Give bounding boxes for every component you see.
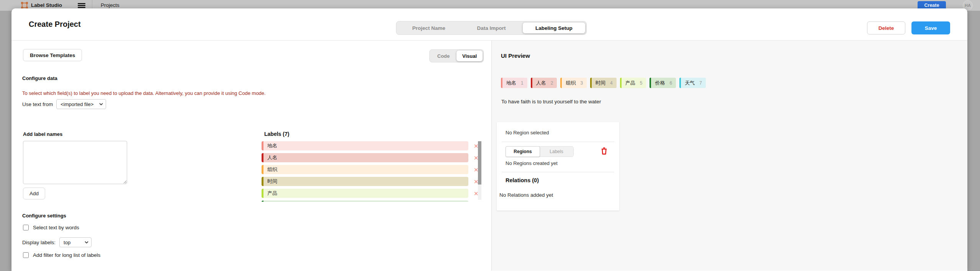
modal-header: Create Project Project NameData ImportLa… (11, 8, 967, 41)
add-filter-label: Add filter for long list of labels (33, 252, 100, 258)
tab-labels[interactable]: Labels (540, 147, 573, 157)
preview-tag-label: 组织 (566, 80, 576, 87)
browse-templates-button[interactable]: Browse Templates (23, 49, 82, 61)
label-names-textarea[interactable] (23, 141, 127, 184)
preview-tag-label: 人名 (536, 80, 546, 87)
display-labels-label: Display labels: (22, 240, 56, 245)
preview-tag-hotkey: 4 (610, 80, 613, 86)
trash-icon[interactable] (601, 147, 607, 155)
preview-tag-hotkey: 5 (640, 80, 643, 86)
label-pill: 地名 (262, 141, 468, 150)
save-button[interactable]: Save (911, 21, 950, 34)
preview-tag-label: 时间 (596, 80, 605, 87)
preview-tag-label: 产品 (625, 80, 635, 87)
select-by-words-checkbox[interactable] (23, 225, 29, 230)
setup-tabs: Project NameData ImportLabeling Setup (396, 21, 587, 35)
add-label-names-heading: Add label names (23, 131, 62, 137)
select-by-words-label: Select text by words (33, 225, 79, 230)
configure-settings-heading: Configure settings (22, 213, 66, 219)
labels-list: 地名✕人名✕组织✕时间✕产品✕价格✕天气✕ (262, 141, 482, 202)
preview-tag-label: 地名 (506, 80, 516, 87)
preview-tag-label: 价格 (655, 80, 665, 87)
create-project-modal: Create Project Project NameData ImportLa… (11, 8, 967, 271)
preview-tag-hotkey: 6 (669, 80, 672, 86)
label-row: 组织✕ (262, 165, 482, 174)
regions-labels-toggle: Regions Labels (506, 146, 574, 157)
app-name: Label Studio (31, 2, 62, 8)
tab-data-import[interactable]: Data Import (460, 23, 522, 33)
use-text-from-label: Use text from (22, 101, 53, 107)
toggle-visual[interactable]: Visual (456, 51, 483, 61)
preview-label-tag[interactable]: 天气7 (679, 78, 706, 88)
preview-label-tag[interactable]: 人名2 (531, 78, 557, 88)
no-relations-text: No Relations added yet (499, 192, 553, 198)
label-row: 时间✕ (262, 177, 482, 186)
no-regions-created-text: No Regions created yet (506, 160, 558, 166)
label-row: 产品✕ (262, 189, 482, 198)
label-pill: 时间 (262, 177, 468, 186)
modal-body: Browse Templates Code Visual Configure d… (11, 41, 967, 271)
no-region-selected-text: No Region selected (506, 130, 549, 136)
configure-data-heading: Configure data (22, 75, 57, 81)
display-labels-row: Display labels: top (22, 237, 92, 247)
code-visual-toggle: Code Visual (429, 49, 484, 62)
tab-labeling-setup[interactable]: Labeling Setup (523, 23, 585, 33)
delete-button[interactable]: Delete (867, 21, 905, 34)
preview-tag-hotkey: 3 (580, 80, 583, 86)
label-pill: 人名 (262, 153, 468, 162)
preview-tag-hotkey: 7 (699, 80, 702, 86)
add-filter-checkbox[interactable] (23, 252, 29, 258)
label-pill: 组织 (262, 165, 468, 174)
add-label-button[interactable]: Add (23, 188, 45, 199)
add-filter-row: Add filter for long list of labels (23, 252, 100, 258)
sample-text: To have faith is to trust yourself to th… (501, 99, 601, 104)
label-row: 价格✕ (262, 201, 482, 202)
relations-heading: Relations (0) (506, 177, 539, 183)
preview-label-tag[interactable]: 价格6 (650, 78, 676, 88)
hamburger-menu-icon[interactable] (78, 3, 85, 8)
label-pill: 产品 (262, 189, 468, 198)
label-row: 地名✕ (262, 141, 482, 150)
labels-scrollbar-thumb[interactable] (478, 141, 481, 184)
label-pill: 价格 (262, 201, 468, 202)
label-row: 人名✕ (262, 153, 482, 162)
ui-preview-panel: UI Preview 地名1人名2组织3时间4产品5价格6天气7 To have… (492, 41, 967, 271)
tab-project-name[interactable]: Project Name (398, 23, 460, 33)
display-labels-select[interactable]: top (59, 237, 92, 247)
preview-label-tag[interactable]: 组织3 (560, 78, 587, 88)
select-by-words-row: Select text by words (23, 225, 79, 230)
configure-data-warning: To select which field(s) to label you ne… (22, 90, 266, 96)
screen: Label Studio Projects Create HA Create P… (0, 0, 980, 271)
preview-tags: 地名1人名2组织3时间4产品5价格6天气7 (501, 78, 706, 88)
ui-preview-heading: UI Preview (501, 52, 530, 59)
region-panel: No Region selected Regions Labels No Reg… (497, 122, 619, 211)
preview-label-tag[interactable]: 产品5 (620, 78, 646, 88)
divider (502, 142, 614, 142)
label-studio-logo-icon (21, 2, 28, 9)
labels-count-heading: Labels (7) (264, 131, 289, 137)
tab-regions[interactable]: Regions (506, 146, 540, 157)
preview-label-tag[interactable]: 时间4 (590, 78, 617, 88)
preview-tag-label: 天气 (685, 80, 695, 87)
preview-tag-hotkey: 1 (521, 80, 524, 86)
text-source-select[interactable]: <imported file> (56, 99, 106, 109)
use-text-from-row: Use text from <imported file> (22, 99, 106, 109)
preview-tag-hotkey: 2 (551, 80, 553, 86)
divider (502, 172, 614, 172)
preview-label-tag[interactable]: 地名1 (501, 78, 527, 88)
config-panel: Browse Templates Code Visual Configure d… (11, 41, 492, 271)
nav-projects[interactable]: Projects (101, 2, 119, 8)
toggle-code[interactable]: Code (430, 51, 456, 61)
page-title: Create Project (29, 20, 81, 29)
labels-scrollbar (478, 141, 481, 200)
